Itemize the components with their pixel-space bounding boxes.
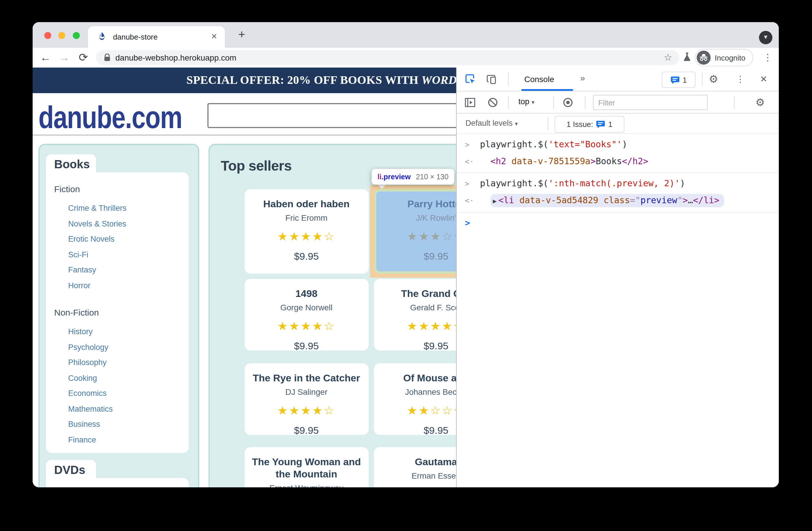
console-token: <h2 bbox=[491, 156, 506, 166]
book-card[interactable]: 1498Gorge Norwell★★★★☆$9.95 bbox=[244, 279, 368, 351]
more-tabs-icon[interactable]: » bbox=[580, 73, 585, 83]
books-section-tab[interactable]: Books bbox=[46, 154, 96, 172]
new-tab-button[interactable]: + bbox=[234, 27, 249, 43]
inspect-tooltip-tag: li bbox=[377, 173, 381, 181]
book-title: 1498 bbox=[250, 288, 363, 300]
site-logo[interactable]: danube.com bbox=[39, 99, 182, 135]
star-rating: ★★★★☆ bbox=[244, 319, 368, 333]
book-card[interactable]: Of Mouse andJohannes Beckst★★☆☆☆$9.95 bbox=[374, 364, 456, 435]
star-rating: ★★★★☆ bbox=[244, 404, 368, 418]
console-token: </h2> bbox=[622, 156, 648, 166]
experiments-flask-icon[interactable] bbox=[683, 52, 692, 62]
sidebar-category-link[interactable]: History bbox=[68, 324, 189, 340]
sidebar-category-link[interactable]: Mathematics bbox=[68, 401, 189, 417]
promo-banner: SPECIAL OFFER: 20% OFF BOOKS WITH WORDS … bbox=[33, 68, 456, 93]
book-author: DJ Salinger bbox=[244, 387, 368, 397]
book-title: The Grand Gro bbox=[380, 288, 456, 300]
sidebar-section-label: Fiction bbox=[54, 184, 189, 194]
book-price: $9.95 bbox=[244, 341, 368, 351]
star-rating: ★★★☆☆ bbox=[374, 229, 456, 243]
toolbar-divider bbox=[585, 96, 585, 109]
inspect-element-icon[interactable] bbox=[464, 73, 477, 86]
webpage-viewport: SPECIAL OFFER: 20% OFF BOOKS WITH WORDS … bbox=[33, 68, 456, 487]
sidebar-category-link[interactable]: Economics bbox=[68, 386, 189, 401]
default-levels-dropdown[interactable]: Default levels ▾ bbox=[465, 119, 518, 128]
console-output[interactable]: >playwright.$('text="Books"')<·<h2 data-… bbox=[457, 134, 779, 487]
book-card-content: Parry HotterJ/K Rowlin'★★★☆☆$9.95 bbox=[374, 198, 456, 262]
book-card[interactable]: Haben oder habenFric Eromm★★★★☆$9.95 bbox=[244, 189, 368, 274]
back-icon[interactable]: ← bbox=[37, 49, 54, 66]
console-filter-input[interactable] bbox=[593, 95, 708, 110]
sidebar-category-link[interactable]: Crime & Thrillers bbox=[68, 201, 189, 216]
book-card[interactable]: The Grand GroGerald F. Scot★★★★★$9.95 bbox=[374, 279, 456, 351]
tab-title: danube-store bbox=[113, 33, 158, 41]
console-sidebar-toggle-icon[interactable] bbox=[464, 96, 477, 109]
live-expression-eye-icon[interactable] bbox=[562, 96, 574, 109]
sidebar-category-link[interactable]: Business bbox=[68, 417, 189, 432]
devtools-kebab-icon[interactable]: ⋮ bbox=[734, 73, 747, 86]
sidebar-category-link[interactable]: Erotic Novels bbox=[68, 232, 189, 247]
browser-menu-kebab-icon[interactable]: ⋮ bbox=[763, 51, 772, 65]
lock-icon bbox=[104, 54, 111, 62]
reload-icon[interactable]: ⟳ bbox=[75, 49, 91, 66]
book-card[interactable]: GautamaErman Essen★★★★☆ bbox=[374, 447, 456, 487]
sidebar-category-link[interactable]: Sci-Fi bbox=[68, 247, 189, 263]
book-author: Ernest Waymingway bbox=[244, 484, 368, 487]
devtools-panel: Console » 1 ⚙ ⋮ ✕ bbox=[456, 68, 779, 487]
console-token: ) bbox=[680, 178, 685, 189]
close-window-button[interactable] bbox=[44, 32, 51, 39]
star-rating: ★★★★☆ bbox=[244, 229, 368, 243]
console-element-highlight: ▶<li data-v-5ad54829 class="preview">…</… bbox=[491, 194, 724, 207]
sidebar-category-link[interactable]: Horror bbox=[68, 278, 189, 293]
console-token: > bbox=[590, 156, 596, 166]
sidebar-category-link[interactable]: Finance bbox=[68, 432, 189, 448]
console-levels-bar: Default levels ▾ 1 Issue: 1 bbox=[457, 114, 779, 134]
console-result-arrow-icon: <· bbox=[465, 192, 474, 209]
book-title: Of Mouse and bbox=[380, 372, 456, 385]
device-toolbar-icon[interactable] bbox=[486, 73, 498, 86]
clear-console-icon[interactable] bbox=[487, 96, 499, 109]
toolbar-divider bbox=[548, 117, 548, 130]
category-sidebar: Books FictionCrime & ThrillersNovels & S… bbox=[39, 144, 199, 487]
expand-triangle-icon[interactable]: ▶ bbox=[493, 197, 496, 205]
sidebar-category-link[interactable]: Psychology bbox=[68, 340, 189, 355]
console-token: <li bbox=[498, 195, 514, 206]
console-input-chevron-icon: > bbox=[465, 136, 469, 153]
execution-context-selector[interactable]: top ▾ bbox=[519, 97, 534, 106]
tab-search-menu-button[interactable]: ▼ bbox=[759, 31, 772, 44]
dvds-section-tab[interactable]: DVDs bbox=[46, 460, 96, 478]
forward-icon[interactable]: → bbox=[56, 49, 72, 66]
book-card[interactable]: The Rye in the CatcherDJ Salinger★★★★☆$9… bbox=[244, 364, 368, 435]
issue-button[interactable]: 1 Issue: 1 bbox=[554, 116, 624, 133]
star-rating: ★★★★★ bbox=[374, 319, 456, 333]
book-title: Gautama bbox=[380, 456, 456, 468]
zoom-window-button[interactable] bbox=[73, 32, 80, 39]
tab-console[interactable]: Console bbox=[524, 75, 554, 84]
book-price: $9.95 bbox=[374, 425, 456, 435]
site-search-input[interactable] bbox=[207, 103, 456, 128]
sidebar-category-link[interactable]: Fantasy bbox=[68, 263, 189, 278]
inspect-tooltip-class: .preview bbox=[381, 173, 411, 181]
issues-counter-button[interactable]: 1 bbox=[662, 72, 696, 88]
console-settings-gear-icon[interactable]: ⚙ bbox=[754, 96, 767, 109]
issues-count: 1 bbox=[683, 75, 687, 84]
devtools-settings-gear-icon[interactable]: ⚙ bbox=[707, 73, 720, 86]
address-bar[interactable]: danube-webshop.herokuapp.com ☆ bbox=[96, 50, 679, 65]
bookmark-star-icon[interactable]: ☆ bbox=[664, 52, 672, 63]
sidebar-category-link[interactable]: Philosophy bbox=[68, 355, 189, 371]
book-card[interactable]: The Young Woman and the MountainErnest W… bbox=[244, 447, 368, 487]
tab-strip: danube-store ✕ + ▼ bbox=[33, 22, 779, 48]
sidebar-category-link[interactable]: Cooking bbox=[68, 371, 189, 386]
tab-close-icon[interactable]: ✕ bbox=[211, 32, 217, 41]
book-card-slot: The Grand GroGerald F. Scot★★★★★$9.95 bbox=[374, 279, 456, 351]
minimize-window-button[interactable] bbox=[58, 32, 65, 39]
inspect-tooltip-dimensions: 210 × 130 bbox=[416, 173, 449, 181]
console-result-line: <·<h2 data-v-7851559a>Books</h2> bbox=[457, 153, 779, 170]
sidebar-category-link[interactable]: Novels & Stories bbox=[68, 216, 189, 232]
book-card[interactable]: Parry HotterJ/K Rowlin'★★★☆☆$9.95 bbox=[374, 189, 456, 274]
devtools-close-icon[interactable]: ✕ bbox=[757, 73, 770, 86]
book-price: $9.95 bbox=[374, 341, 456, 351]
console-token: " bbox=[677, 195, 682, 206]
book-card-slot: 1498Gorge Norwell★★★★☆$9.95 bbox=[244, 279, 368, 351]
browser-tab[interactable]: danube-store ✕ bbox=[88, 26, 225, 48]
